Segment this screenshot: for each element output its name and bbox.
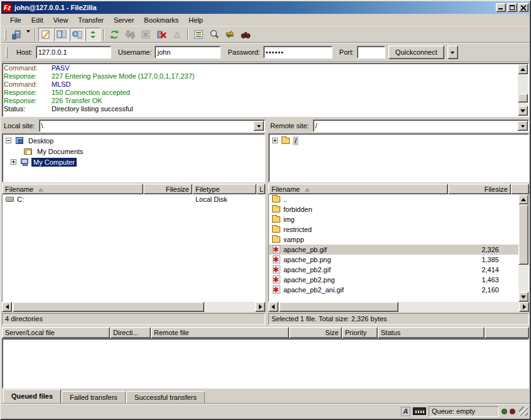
menu-edit[interactable]: Edit	[26, 15, 48, 25]
column-header-direction[interactable]: Directi...	[110, 327, 151, 338]
local-site-combobox[interactable]: \	[39, 119, 265, 132]
column-header-server-local-file[interactable]: Server/Local file	[2, 327, 110, 338]
username-label: Username:	[118, 48, 152, 56]
column-header-filesize[interactable]: Filesize	[448, 184, 511, 194]
column-header-remote-file[interactable]: Remote file	[151, 327, 289, 338]
expand-icon[interactable]	[11, 159, 16, 165]
column-header-filename[interactable]: Filename	[268, 184, 448, 194]
disconnect-button[interactable]	[154, 28, 169, 41]
log-line: Command:MLSD	[4, 80, 527, 89]
local-site-dropdown-button[interactable]	[253, 121, 264, 131]
scroll-down-button[interactable]	[518, 106, 528, 116]
local-horizontal-scrollbar[interactable]	[2, 302, 265, 312]
quickconnect-button[interactable]: Quickconnect	[388, 45, 444, 59]
scroll-left-button[interactable]	[268, 302, 278, 312]
menu-view[interactable]: View	[48, 15, 74, 25]
synchronized-browsing-button[interactable]	[222, 28, 238, 41]
column-header-filename[interactable]: Filename	[2, 184, 143, 194]
resize-grip[interactable]	[519, 407, 528, 416]
port-input[interactable]	[357, 46, 385, 58]
toolbar-separator	[103, 29, 104, 40]
remote-file-row[interactable]: ..	[269, 194, 518, 204]
close-button[interactable]	[518, 3, 528, 12]
scroll-right-button[interactable]	[255, 302, 265, 312]
menu-bookmarks[interactable]: Bookmarks	[139, 15, 183, 25]
quickconnect-grip[interactable]	[6, 47, 8, 58]
scroll-down-button[interactable]	[518, 292, 528, 302]
filezilla-logo-icon[interactable]: Fz	[3, 3, 12, 13]
scroll-thumb[interactable]	[518, 204, 528, 265]
toggle-queue-view-button[interactable]	[85, 28, 101, 41]
remote-file-row[interactable]: restricted	[269, 224, 518, 235]
menu-file[interactable]: File	[5, 15, 26, 25]
find-files-button[interactable]	[238, 28, 253, 41]
quickconnect-bar: Host: Username: Password: Port: Quickcon…	[1, 43, 530, 62]
tab-successful-transfers[interactable]: Successful transfers	[126, 391, 205, 403]
remote-file-row[interactable]: apache_pb.png 1,385	[269, 255, 518, 265]
local-file-list: C: Local Disk	[2, 194, 265, 302]
expand-icon[interactable]	[272, 138, 278, 143]
column-header-priority[interactable]: Priority	[342, 327, 378, 338]
scroll-up-button[interactable]	[518, 194, 528, 204]
tab-failed-transfers[interactable]: Failed transfers	[62, 391, 126, 403]
remote-site-dropdown-button[interactable]	[517, 121, 528, 131]
column-header-status[interactable]: Status	[378, 327, 484, 338]
process-queue-button[interactable]	[123, 28, 138, 41]
remote-site-label: Remote site:	[268, 122, 313, 130]
menu-server[interactable]: Server	[109, 15, 139, 25]
column-header-size[interactable]: Size	[289, 327, 342, 338]
collapse-icon[interactable]	[6, 138, 11, 143]
password-input[interactable]	[263, 46, 332, 58]
cancel-button[interactable]	[138, 28, 153, 41]
tree-item-my-documents[interactable]: My Documents	[4, 146, 265, 157]
column-header-filesize[interactable]: Filesize	[143, 184, 192, 194]
menu-help[interactable]: Help	[183, 15, 208, 25]
site-manager-button[interactable]	[9, 28, 24, 41]
remote-vertical-scrollbar[interactable]	[518, 194, 528, 302]
remote-file-row[interactable]: apache_pb2.png 1,463	[269, 275, 518, 285]
remote-site-combobox[interactable]: /	[313, 119, 529, 132]
tab-queued-files[interactable]: Queued files	[3, 389, 61, 403]
scroll-left-button[interactable]	[2, 302, 12, 312]
toggle-local-tree-button[interactable]	[54, 28, 69, 41]
local-file-row[interactable]: C: Local Disk	[3, 194, 265, 204]
queue-list-empty[interactable]	[2, 338, 529, 389]
scroll-right-button[interactable]	[519, 302, 529, 312]
filter-button[interactable]	[191, 28, 206, 41]
toggle-remote-tree-button[interactable]	[70, 28, 85, 41]
toggle-log-view-button[interactable]	[38, 28, 53, 41]
browser-panes: Local site: \ Desktop My Documents	[1, 118, 530, 325]
toolbar-grip[interactable]	[4, 29, 6, 40]
scroll-thumb[interactable]	[518, 94, 528, 102]
scroll-thumb[interactable]	[279, 302, 398, 312]
reconnect-button[interactable]	[170, 28, 185, 41]
quickconnect-dropdown[interactable]	[447, 45, 458, 59]
titlebar[interactable]: Fz john@127.0.0.1 - FileZilla	[1, 1, 530, 14]
remote-file-row[interactable]: xampp	[269, 235, 518, 245]
remote-file-row[interactable]: img	[269, 214, 518, 224]
column-header-filetype[interactable]: Filetype	[192, 184, 256, 194]
scroll-thumb[interactable]	[13, 302, 204, 312]
scroll-up-button[interactable]	[518, 64, 528, 74]
toolbar	[1, 26, 530, 43]
remote-file-row[interactable]: forbidden	[269, 204, 518, 214]
tree-item-root[interactable]: /	[270, 135, 528, 146]
remote-file-row-selected[interactable]: apache_pb.gif 2,326	[269, 245, 518, 255]
refresh-button[interactable]	[107, 28, 122, 41]
log-vertical-scrollbar[interactable]	[518, 64, 528, 116]
transfer-type-indicator-icon[interactable]: A	[401, 407, 410, 416]
remote-horizontal-scrollbar[interactable]	[268, 302, 529, 312]
tree-item-desktop[interactable]: Desktop	[4, 135, 265, 146]
speed-limit-indicator-icon[interactable]	[413, 407, 426, 415]
minimize-button[interactable]	[496, 3, 506, 12]
site-manager-dropdown[interactable]	[25, 28, 32, 41]
username-input[interactable]	[155, 46, 221, 58]
maximize-button[interactable]	[507, 3, 517, 12]
column-header-last-modified[interactable]: L	[256, 184, 265, 194]
menu-transfer[interactable]: Transfer	[73, 15, 109, 25]
remote-file-row[interactable]: apache_pb2_ani.gif 2,160	[269, 285, 518, 295]
directory-comparison-button[interactable]	[207, 28, 222, 41]
tree-item-my-computer[interactable]: My Computer	[4, 157, 265, 167]
remote-file-row[interactable]: apache_pb2.gif 2,414	[269, 265, 518, 275]
host-input[interactable]	[36, 46, 111, 58]
